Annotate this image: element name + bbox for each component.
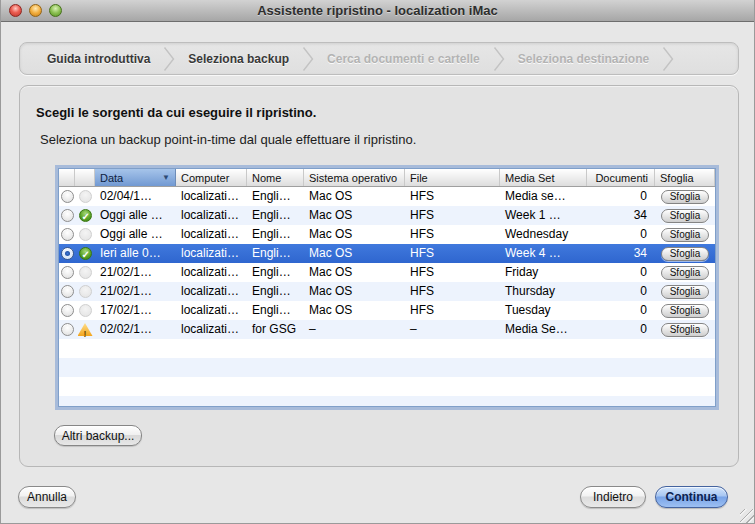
cell-data: Oggi alle … [95,225,176,244]
table-row[interactable]: Ieri alle 0…localizati…Engli…Mac OSHFSWe… [59,244,715,263]
table-body: 02/04/1…localizati…Engli…Mac OSHFSMedia … [59,187,715,407]
cell-data: Ieri alle 0… [95,244,176,263]
cell-documenti: 0 [587,282,655,301]
cell-file: HFS [405,206,500,225]
cell-media: Tuesday [500,301,587,320]
backup-radio[interactable] [61,266,74,279]
chevron-separator-icon [493,46,505,72]
status-ok-icon [79,209,92,222]
cell-so: Mac OS [304,263,405,282]
cell-file: HFS [405,282,500,301]
breadcrumb-step[interactable]: Guida introduttiva [47,52,150,66]
backup-radio[interactable] [61,304,74,317]
table-row[interactable]: 02/04/1…localizati…Engli…Mac OSHFSMedia … [59,187,715,206]
column-header-file[interactable]: File [405,169,500,186]
breadcrumb-step[interactable]: Cerca documenti e cartelle [327,52,480,66]
sfoglia-button[interactable]: Sfoglia [661,190,709,204]
sfoglia-button[interactable]: Sfoglia [661,323,709,337]
sfoglia-button[interactable]: Sfoglia [661,247,709,261]
cell-nome: Engli… [247,282,304,301]
cell-nome: Engli… [247,206,304,225]
backup-radio[interactable] [61,209,74,222]
cell-documenti: 0 [587,301,655,320]
close-button[interactable] [9,4,22,17]
status-ok-icon [79,247,92,260]
annulla-button[interactable]: Annulla [18,486,76,508]
status-warning-icon [78,323,93,336]
sfoglia-button[interactable]: Sfoglia [661,304,709,318]
table-row[interactable]: Oggi alle …localizati…Engli…Mac OSHFSWed… [59,225,715,244]
column-header-documenti[interactable]: Documenti [587,169,655,186]
cell-computer: localizati… [176,263,247,282]
cell-file: HFS [405,244,500,263]
column-header-computer[interactable]: Computer [176,169,247,186]
cell-media: Media Se… [500,320,587,339]
cell-nome: Engli… [247,301,304,320]
backup-radio[interactable] [61,285,74,298]
zoom-button[interactable] [49,4,62,17]
backup-radio[interactable] [61,190,74,203]
cell-computer: localizati… [176,320,247,339]
cell-so: – [304,320,405,339]
column-header-nome[interactable]: Nome [247,169,304,186]
cell-documenti: 0 [587,320,655,339]
empty-row [59,396,715,407]
table-header: Data▼ComputerNomeSistema operativoFileMe… [59,169,715,187]
column-header-status[interactable] [75,169,95,186]
status-empty-icon [79,266,92,279]
sfoglia-button[interactable]: Sfoglia [661,228,709,242]
minimize-button[interactable] [29,4,42,17]
cell-media: Wednesday [500,225,587,244]
resize-grip[interactable] [740,509,754,523]
backup-radio[interactable] [61,247,74,260]
column-header-sfoglia[interactable]: Sfoglia [655,169,715,186]
page-subtitle: Seleziona un backup point-in-time dal qu… [40,132,416,147]
altri-backup-button[interactable]: Altri backup... [54,425,142,446]
table-row[interactable]: 21/02/1…localizati…Engli…Mac OSHFSThursd… [59,282,715,301]
column-header-label: Data [100,172,123,184]
cell-computer: localizati… [176,225,247,244]
sfoglia-button[interactable]: Sfoglia [661,266,709,280]
status-empty-icon [79,304,92,317]
cell-so: Mac OS [304,282,405,301]
cell-file: HFS [405,301,500,320]
empty-row [59,377,715,396]
table-row[interactable]: 17/02/1…localizati…Engli…Mac OSHFSTuesda… [59,301,715,320]
cell-data: Oggi alle … [95,206,176,225]
continua-button[interactable]: Continua [655,486,728,508]
cell-computer: localizati… [176,187,247,206]
backup-radio[interactable] [61,323,74,336]
column-header-so[interactable]: Sistema operativo [304,169,405,186]
content-panel: Scegli le sorgenti da cui eseguire il ri… [19,85,739,467]
column-header-data[interactable]: Data▼ [95,169,176,186]
chevron-separator-icon [163,46,175,72]
titlebar[interactable]: Assistente ripristino - localization iMa… [1,0,754,22]
cell-file: HFS [405,187,500,206]
sfoglia-button[interactable]: Sfoglia [661,285,709,299]
status-empty-icon [79,285,92,298]
cell-data: 21/02/1… [95,263,176,282]
table-row[interactable]: 02/02/1…localizati…for GSG––Media Se…0Sf… [59,320,715,339]
column-header-label: Documenti [595,172,648,184]
cell-so: Mac OS [304,244,405,263]
cell-so: Mac OS [304,225,405,244]
cell-computer: localizati… [176,244,247,263]
sfoglia-button[interactable]: Sfoglia [661,209,709,223]
table-row[interactable]: 21/02/1…localizati…Engli…Mac OSHFSFriday… [59,263,715,282]
table-row[interactable]: Oggi alle …localizati…Engli…Mac OSHFSWee… [59,206,715,225]
cell-computer: localizati… [176,282,247,301]
cell-media: Week 1 … [500,206,587,225]
column-header-media[interactable]: Media Set [500,169,587,186]
column-header-radio[interactable] [59,169,75,186]
window-controls [9,4,62,17]
breadcrumb-step[interactable]: Seleziona backup [188,52,289,66]
sort-descending-icon: ▼ [162,173,170,182]
status-empty-icon [79,228,92,241]
cell-documenti: 34 [587,206,655,225]
cell-documenti: 0 [587,187,655,206]
backup-radio[interactable] [61,228,74,241]
breadcrumb-step[interactable]: Seleziona destinazione [518,52,649,66]
cell-documenti: 0 [587,263,655,282]
cell-file: HFS [405,263,500,282]
indietro-button[interactable]: Indietro [580,486,646,508]
